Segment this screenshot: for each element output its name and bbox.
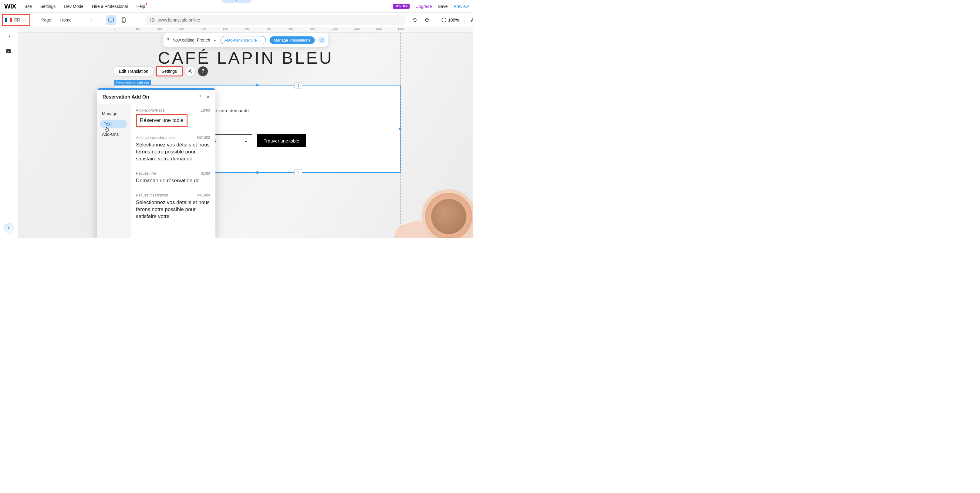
panel-nav-addons[interactable]: Add-Ons — [97, 129, 130, 140]
svg-point-2 — [124, 21, 124, 22]
gear-icon — [188, 69, 192, 74]
page-selector[interactable]: Home ⌄ — [58, 16, 95, 24]
section-label: Auto-approve title — [136, 108, 164, 113]
section-meta: Auto-approve description 85/1000 — [136, 136, 210, 140]
divider — [465, 16, 465, 25]
site-title-text[interactable]: CAFÉ LAPIN BLEU — [158, 48, 333, 68]
auto-translate-button[interactable]: Auto-translate Site ⌄ — [220, 36, 266, 44]
undo-button[interactable] — [411, 17, 418, 23]
toolbar-right: 100% Tools — [411, 16, 473, 25]
menu-help[interactable]: Help — [136, 4, 145, 9]
topbar-right: 50% OFF Upgrade Save Preview — [393, 4, 469, 9]
editing-language-label: Now editing: French — [172, 38, 210, 43]
panel-content[interactable]: Auto-approve title 18/80 Réserver une ta… — [130, 104, 215, 238]
chevron-down-icon: ⌄ — [258, 38, 262, 43]
section-value[interactable]: Sélectionnez vos détails et nous ferons … — [136, 142, 210, 163]
section-meta: Request title 31/80 — [136, 171, 210, 176]
manage-translations-button[interactable]: Manage Translations — [269, 36, 315, 44]
section-value[interactable]: Demande de réservation de… — [136, 178, 210, 184]
upgrade-link[interactable]: Upgrade — [416, 4, 432, 9]
expand-top-caret[interactable]: ⌃ — [221, 0, 252, 3]
menu-settings[interactable]: Settings — [40, 4, 56, 9]
language-code: FR — [14, 17, 20, 22]
panel-nav-manage[interactable]: Manage — [97, 108, 130, 119]
edit-translation-button[interactable]: Edit Translation — [114, 67, 154, 76]
svg-rect-0 — [109, 18, 113, 21]
translation-editing-bar: ⠿ Now editing: French ⌄ Auto-translate S… — [163, 33, 328, 47]
horizontal-ruler: 0100200300400500600700800900100011001200… — [18, 27, 473, 33]
zoom-value: 100% — [448, 17, 459, 22]
globe-icon — [150, 17, 155, 22]
language-selector[interactable]: FR ⌄ — [2, 14, 30, 26]
section-count: 31/80 — [201, 171, 210, 176]
gear-button[interactable] — [185, 66, 196, 76]
preview-button[interactable]: Preview — [453, 4, 469, 9]
widget-settings-button[interactable]: Settings — [156, 66, 183, 76]
section-label: Request title — [136, 171, 156, 176]
section-label: Auto-approve description — [136, 136, 176, 140]
cursor-hand-icon — [104, 127, 109, 133]
pages-rail-button[interactable] — [5, 34, 13, 42]
editor-canvas[interactable]: CAFÉ LAPIN BLEU ⠿ Now editing: French ⌄ … — [18, 33, 473, 238]
stretch-button[interactable]: ⇩ — [294, 82, 302, 89]
left-rail — [0, 27, 17, 238]
section-label: Request description — [136, 193, 168, 197]
panel-section[interactable]: Auto-approve description 85/1000 Sélecti… — [130, 131, 215, 167]
help-icon[interactable]: ? — [318, 37, 325, 43]
menu-devmode[interactable]: Dev Mode — [64, 4, 83, 9]
sparkle-icon — [6, 226, 11, 231]
divider — [436, 16, 436, 25]
section-count: 18/80 — [201, 108, 210, 113]
discount-badge: 50% OFF — [393, 4, 410, 9]
settings-panel: Reservation Add On ? ✕ Manage Text Add-O… — [97, 88, 215, 238]
device-toggle — [106, 15, 129, 25]
desktop-view-button[interactable] — [106, 15, 116, 25]
tools-button[interactable]: Tools — [470, 17, 473, 22]
redo-icon — [424, 17, 430, 23]
flag-france-icon — [5, 17, 12, 22]
section-meta: Auto-approve title 18/80 — [136, 108, 210, 113]
svg-point-8 — [189, 71, 191, 72]
zoom-control[interactable]: 100% — [441, 17, 459, 22]
drag-handle-icon[interactable]: ⠿ — [166, 38, 169, 43]
menu-hire[interactable]: Hire a Professional — [92, 4, 128, 9]
panel-close-button[interactable]: ✕ — [206, 94, 210, 100]
find-table-button[interactable]: Trouver une table — [257, 134, 306, 147]
section-count: 85/1000 — [197, 136, 210, 140]
wrench-icon — [470, 17, 473, 22]
resize-handle[interactable] — [256, 84, 258, 86]
panel-section[interactable]: Auto-approve title 18/80 Réserver une ta… — [130, 104, 215, 131]
panel-section[interactable]: Request description 84/1000 Sélectionnez… — [130, 189, 215, 224]
redo-button[interactable] — [423, 17, 430, 23]
section-value[interactable]: Sélectionnez vos détails et nous ferons … — [136, 199, 210, 220]
panel-body: Manage Text Add-Ons Auto-approve title 1… — [97, 104, 215, 238]
panel-help-button[interactable]: ? — [199, 94, 201, 100]
chevron-down-icon: ⌄ — [244, 138, 248, 143]
edit-rail-button[interactable] — [5, 47, 13, 55]
panel-nav: Manage Text Add-Ons — [97, 104, 130, 238]
panel-header: Reservation Add On ? ✕ — [97, 90, 215, 104]
mobile-view-button[interactable] — [119, 15, 129, 25]
panel-nav-text[interactable]: Text — [100, 120, 127, 128]
undo-icon — [412, 17, 417, 23]
stretch-button[interactable]: ⇩ — [294, 169, 302, 175]
menu-site[interactable]: Site — [25, 4, 32, 9]
chevron-down-icon: ⌄ — [23, 18, 26, 22]
pencil-icon — [6, 49, 11, 54]
top-menu-bar: ⌃ WIX Site Settings Dev Mode Hire a Prof… — [0, 0, 473, 13]
auto-translate-label: Auto-translate Site — [224, 38, 257, 43]
panel-title: Reservation Add On — [103, 94, 149, 100]
resize-handle[interactable] — [256, 171, 258, 174]
svg-rect-5 — [8, 38, 10, 38]
svg-rect-6 — [8, 38, 10, 39]
save-button[interactable]: Save — [438, 4, 447, 9]
chevron-down-icon[interactable]: ⌄ — [213, 38, 216, 42]
section-value[interactable]: Réserver une table — [136, 114, 188, 127]
wix-logo[interactable]: WIX — [4, 2, 16, 10]
desktop-icon — [108, 17, 114, 22]
resize-handle[interactable] — [399, 128, 401, 130]
url-bar[interactable]: www.bunnycafe.online — [145, 15, 406, 25]
ai-assistant-button[interactable] — [4, 223, 14, 233]
panel-section[interactable]: Request title 31/80 Demande de réservati… — [130, 167, 215, 189]
help-button[interactable]: ? — [198, 66, 208, 76]
